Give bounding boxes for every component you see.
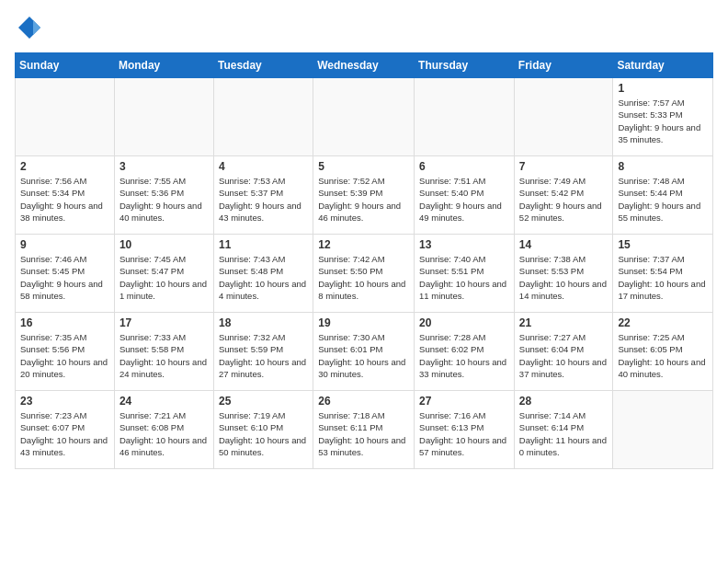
day-number: 6 — [419, 160, 509, 173]
calendar-day: 13Sunrise: 7:40 AM Sunset: 5:51 PM Dayli… — [415, 235, 515, 313]
calendar-day: 21Sunrise: 7:27 AM Sunset: 6:04 PM Dayli… — [514, 313, 613, 391]
calendar-day: 17Sunrise: 7:33 AM Sunset: 5:58 PM Dayli… — [114, 313, 213, 391]
calendar-day — [415, 78, 515, 156]
day-info: Sunrise: 7:16 AM Sunset: 6:13 PM Dayligh… — [419, 409, 509, 458]
calendar-day: 14Sunrise: 7:38 AM Sunset: 5:53 PM Dayli… — [514, 235, 613, 313]
day-info: Sunrise: 7:49 AM Sunset: 5:42 PM Dayligh… — [519, 175, 609, 224]
day-info: Sunrise: 7:52 AM Sunset: 5:39 PM Dayligh… — [318, 175, 409, 224]
logo — [15, 15, 42, 45]
calendar-day: 8Sunrise: 7:48 AM Sunset: 5:44 PM Daylig… — [613, 156, 713, 235]
day-number: 4 — [219, 160, 308, 173]
col-sunday: Sunday — [16, 53, 115, 78]
day-number: 21 — [519, 316, 609, 329]
week-row-4: 16Sunrise: 7:35 AM Sunset: 5:56 PM Dayli… — [16, 313, 713, 391]
week-row-3: 9Sunrise: 7:46 AM Sunset: 5:45 PM Daylig… — [16, 235, 713, 313]
day-number: 5 — [318, 160, 409, 173]
calendar-header-row: Sunday Monday Tuesday Wednesday Thursday… — [16, 53, 713, 78]
calendar-day — [16, 78, 115, 156]
day-info: Sunrise: 7:42 AM Sunset: 5:50 PM Dayligh… — [318, 253, 409, 302]
calendar-day — [613, 391, 713, 469]
col-thursday: Thursday — [415, 53, 515, 78]
day-info: Sunrise: 7:14 AM Sunset: 6:14 PM Dayligh… — [519, 409, 609, 458]
day-number: 11 — [219, 238, 308, 251]
calendar-day: 10Sunrise: 7:45 AM Sunset: 5:47 PM Dayli… — [114, 235, 213, 313]
day-number: 17 — [119, 316, 209, 329]
day-info: Sunrise: 7:51 AM Sunset: 5:40 PM Dayligh… — [419, 175, 509, 224]
calendar-day: 4Sunrise: 7:53 AM Sunset: 5:37 PM Daylig… — [213, 156, 313, 235]
svg-marker-1 — [33, 20, 40, 35]
day-number: 1 — [618, 82, 708, 95]
day-number: 16 — [20, 316, 109, 329]
day-info: Sunrise: 7:55 AM Sunset: 5:36 PM Dayligh… — [119, 175, 209, 224]
day-number: 12 — [318, 238, 409, 251]
day-number: 28 — [519, 395, 609, 408]
day-info: Sunrise: 7:48 AM Sunset: 5:44 PM Dayligh… — [618, 175, 708, 224]
calendar-day: 3Sunrise: 7:55 AM Sunset: 5:36 PM Daylig… — [114, 156, 213, 235]
calendar-day: 24Sunrise: 7:21 AM Sunset: 6:08 PM Dayli… — [114, 391, 213, 469]
calendar-day: 1Sunrise: 7:57 AM Sunset: 5:33 PM Daylig… — [613, 78, 713, 156]
calendar-day — [514, 78, 613, 156]
calendar-day: 19Sunrise: 7:30 AM Sunset: 6:01 PM Dayli… — [313, 313, 415, 391]
calendar-day — [114, 78, 213, 156]
calendar-day: 7Sunrise: 7:49 AM Sunset: 5:42 PM Daylig… — [514, 156, 613, 235]
day-info: Sunrise: 7:53 AM Sunset: 5:37 PM Dayligh… — [219, 175, 308, 224]
day-info: Sunrise: 7:32 AM Sunset: 5:59 PM Dayligh… — [219, 331, 308, 380]
day-info: Sunrise: 7:37 AM Sunset: 5:54 PM Dayligh… — [618, 253, 708, 302]
day-number: 26 — [318, 395, 409, 408]
col-tuesday: Tuesday — [213, 53, 313, 78]
calendar-day: 5Sunrise: 7:52 AM Sunset: 5:39 PM Daylig… — [313, 156, 415, 235]
calendar-day: 2Sunrise: 7:56 AM Sunset: 5:34 PM Daylig… — [16, 156, 115, 235]
calendar-day: 27Sunrise: 7:16 AM Sunset: 6:13 PM Dayli… — [415, 391, 515, 469]
calendar-day: 16Sunrise: 7:35 AM Sunset: 5:56 PM Dayli… — [16, 313, 115, 391]
day-info: Sunrise: 7:38 AM Sunset: 5:53 PM Dayligh… — [519, 253, 609, 302]
day-number: 10 — [119, 238, 209, 251]
day-info: Sunrise: 7:23 AM Sunset: 6:07 PM Dayligh… — [20, 409, 109, 458]
day-info: Sunrise: 7:57 AM Sunset: 5:33 PM Dayligh… — [618, 97, 708, 145]
day-number: 15 — [618, 238, 708, 251]
page-header — [15, 15, 713, 45]
day-info: Sunrise: 7:33 AM Sunset: 5:58 PM Dayligh… — [119, 331, 209, 380]
day-number: 13 — [419, 238, 509, 251]
calendar-day: 11Sunrise: 7:43 AM Sunset: 5:48 PM Dayli… — [213, 235, 313, 313]
day-number: 9 — [20, 238, 109, 251]
col-monday: Monday — [114, 53, 213, 78]
day-number: 14 — [519, 238, 609, 251]
day-number: 19 — [318, 316, 409, 329]
day-info: Sunrise: 7:40 AM Sunset: 5:51 PM Dayligh… — [419, 253, 509, 302]
day-number: 8 — [618, 160, 708, 173]
day-number: 18 — [219, 316, 308, 329]
day-number: 22 — [618, 316, 708, 329]
day-info: Sunrise: 7:28 AM Sunset: 6:02 PM Dayligh… — [419, 331, 509, 380]
day-number: 7 — [519, 160, 609, 173]
calendar-day: 18Sunrise: 7:32 AM Sunset: 5:59 PM Dayli… — [213, 313, 313, 391]
col-wednesday: Wednesday — [313, 53, 415, 78]
calendar-day: 22Sunrise: 7:25 AM Sunset: 6:05 PM Dayli… — [613, 313, 713, 391]
day-number: 2 — [20, 160, 109, 173]
day-info: Sunrise: 7:19 AM Sunset: 6:10 PM Dayligh… — [219, 409, 308, 458]
day-number: 24 — [119, 395, 209, 408]
day-info: Sunrise: 7:21 AM Sunset: 6:08 PM Dayligh… — [119, 409, 209, 458]
logo-icon — [17, 15, 42, 40]
day-number: 25 — [219, 395, 308, 408]
day-number: 3 — [119, 160, 209, 173]
calendar-day: 26Sunrise: 7:18 AM Sunset: 6:11 PM Dayli… — [313, 391, 415, 469]
day-info: Sunrise: 7:43 AM Sunset: 5:48 PM Dayligh… — [219, 253, 308, 302]
calendar-day: 28Sunrise: 7:14 AM Sunset: 6:14 PM Dayli… — [514, 391, 613, 469]
col-friday: Friday — [514, 53, 613, 78]
calendar-day — [213, 78, 313, 156]
day-number: 23 — [20, 395, 109, 408]
calendar-day: 20Sunrise: 7:28 AM Sunset: 6:02 PM Dayli… — [415, 313, 515, 391]
day-info: Sunrise: 7:45 AM Sunset: 5:47 PM Dayligh… — [119, 253, 209, 302]
calendar-day: 9Sunrise: 7:46 AM Sunset: 5:45 PM Daylig… — [16, 235, 115, 313]
week-row-5: 23Sunrise: 7:23 AM Sunset: 6:07 PM Dayli… — [16, 391, 713, 469]
calendar-day: 6Sunrise: 7:51 AM Sunset: 5:40 PM Daylig… — [415, 156, 515, 235]
day-info: Sunrise: 7:46 AM Sunset: 5:45 PM Dayligh… — [20, 253, 109, 302]
day-info: Sunrise: 7:30 AM Sunset: 6:01 PM Dayligh… — [318, 331, 409, 380]
day-number: 27 — [419, 395, 509, 408]
day-info: Sunrise: 7:25 AM Sunset: 6:05 PM Dayligh… — [618, 331, 708, 380]
calendar-day: 25Sunrise: 7:19 AM Sunset: 6:10 PM Dayli… — [213, 391, 313, 469]
calendar-day — [313, 78, 415, 156]
day-info: Sunrise: 7:56 AM Sunset: 5:34 PM Dayligh… — [20, 175, 109, 224]
day-number: 20 — [419, 316, 509, 329]
day-info: Sunrise: 7:27 AM Sunset: 6:04 PM Dayligh… — [519, 331, 609, 380]
